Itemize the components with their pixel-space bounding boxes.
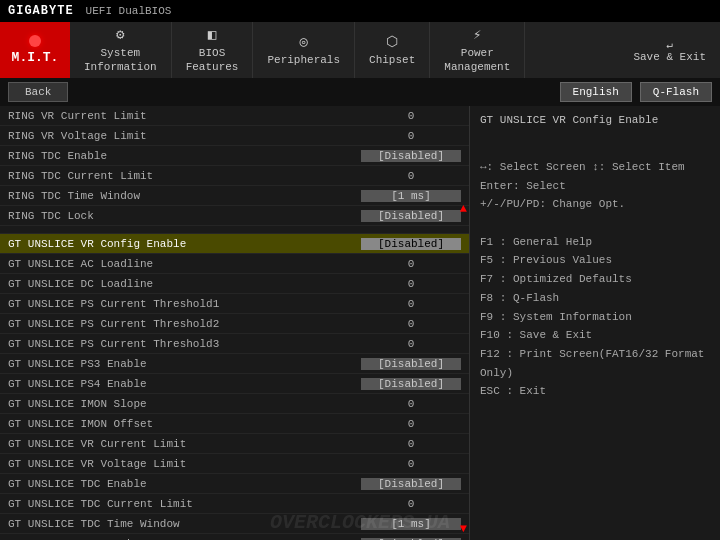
nav-power-management[interactable]: ⚡ Power Management bbox=[430, 22, 525, 78]
key-f7: F7 : Optimized Defaults bbox=[480, 270, 710, 289]
mit-button[interactable]: M.I.T. bbox=[0, 22, 70, 78]
row-value-15: 0 bbox=[361, 398, 461, 410]
key-change-opt: +/-/PU/PD: Change Opt. bbox=[480, 195, 710, 214]
mit-dot bbox=[29, 35, 41, 47]
row-value-21: [1 ms] bbox=[361, 518, 461, 530]
bios-row-18[interactable]: GT UNSLICE VR Voltage Limit0 bbox=[0, 454, 469, 474]
key-f5: F5 : Previous Values bbox=[480, 251, 710, 270]
right-panel: GT UNSLICE VR Config Enable ↔: Select Sc… bbox=[470, 106, 720, 540]
row-value-10: 0 bbox=[361, 298, 461, 310]
bios-row-17[interactable]: GT UNSLICE VR Current Limit0 bbox=[0, 434, 469, 454]
nav-power-management-line1: Power bbox=[461, 46, 494, 60]
bios-row-13[interactable]: GT UNSLICE PS3 Enable[Disabled] bbox=[0, 354, 469, 374]
bios-row-8[interactable]: GT UNSLICE AC Loadline0 bbox=[0, 254, 469, 274]
row-value-8: 0 bbox=[361, 258, 461, 270]
uefi-label: UEFI DualBIOS bbox=[86, 5, 172, 17]
bios-row-21[interactable]: GT UNSLICE TDC Time Window[1 ms] bbox=[0, 514, 469, 534]
nav-chipset[interactable]: ⬡ Chipset bbox=[355, 22, 430, 78]
row-value-0: 0 bbox=[361, 110, 461, 122]
row-label-16: GT UNSLICE IMON Offset bbox=[8, 418, 361, 430]
row-value-2: [Disabled] bbox=[361, 150, 461, 162]
bios-row-11[interactable]: GT UNSLICE PS Current Threshold20 bbox=[0, 314, 469, 334]
row-label-17: GT UNSLICE VR Current Limit bbox=[8, 438, 361, 450]
nav-save-exit[interactable]: ↵ Save & Exit bbox=[619, 22, 720, 78]
row-label-8: GT UNSLICE AC Loadline bbox=[8, 258, 361, 270]
peripherals-icon: ◎ bbox=[300, 33, 308, 51]
nav-bios-features[interactable]: ◧ BIOS Features bbox=[172, 22, 254, 78]
save-exit-icon: ↵ bbox=[666, 38, 673, 51]
key-f1: F1 : General Help bbox=[480, 233, 710, 252]
nav-system-information-line1: System bbox=[101, 46, 141, 60]
row-label-0: RING VR Current Limit bbox=[8, 110, 361, 122]
row-value-19: [Disabled] bbox=[361, 478, 461, 490]
row-label-9: GT UNSLICE DC Loadline bbox=[8, 278, 361, 290]
row-label-12: GT UNSLICE PS Current Threshold3 bbox=[8, 338, 361, 350]
row-value-17: 0 bbox=[361, 438, 461, 450]
row-label-19: GT UNSLICE TDC Enable bbox=[8, 478, 361, 490]
nav-system-information[interactable]: ⚙ System Information bbox=[70, 22, 172, 78]
row-label-18: GT UNSLICE VR Voltage Limit bbox=[8, 458, 361, 470]
bios-row-22[interactable]: GT UNSLICE TDC Lock[Disabled] bbox=[0, 534, 469, 540]
row-value-1: 0 bbox=[361, 130, 461, 142]
bios-row-16[interactable]: GT UNSLICE IMON Offset0 bbox=[0, 414, 469, 434]
row-value-20: 0 bbox=[361, 498, 461, 510]
power-management-icon: ⚡ bbox=[473, 26, 481, 44]
qflash-button[interactable]: Q-Flash bbox=[640, 82, 712, 102]
nav-system-information-line2: Information bbox=[84, 60, 157, 74]
language-button[interactable]: English bbox=[560, 82, 632, 102]
bios-row-5[interactable]: RING TDC Lock[Disabled] bbox=[0, 206, 469, 226]
key-spacer bbox=[480, 214, 710, 233]
nav-peripherals[interactable]: ◎ Peripherals bbox=[253, 22, 355, 78]
row-label-11: GT UNSLICE PS Current Threshold2 bbox=[8, 318, 361, 330]
nav-peripherals-label: Peripherals bbox=[267, 53, 340, 67]
system-information-icon: ⚙ bbox=[116, 26, 124, 44]
bios-row-14[interactable]: GT UNSLICE PS4 Enable[Disabled] bbox=[0, 374, 469, 394]
key-f12: F12 : Print Screen(FAT16/32 Format Only) bbox=[480, 345, 710, 382]
row-value-12: 0 bbox=[361, 338, 461, 350]
action-bar: Back English Q-Flash bbox=[0, 78, 720, 106]
row-value-7: [Disabled] bbox=[361, 238, 461, 250]
row-label-2: RING TDC Enable bbox=[8, 150, 361, 162]
key-help: ↔: Select Screen ↕: Select Item Enter: S… bbox=[480, 158, 710, 401]
mit-label: M.I.T. bbox=[12, 50, 59, 65]
row-label-20: GT UNSLICE TDC Current Limit bbox=[8, 498, 361, 510]
bios-row-10[interactable]: GT UNSLICE PS Current Threshold10 bbox=[0, 294, 469, 314]
scroll-down-indicator: ▼ bbox=[460, 522, 467, 536]
bios-row-0[interactable]: RING VR Current Limit0 bbox=[0, 106, 469, 126]
row-value-18: 0 bbox=[361, 458, 461, 470]
bios-row-3[interactable]: RING TDC Current Limit0 bbox=[0, 166, 469, 186]
bios-row-12[interactable]: GT UNSLICE PS Current Threshold30 bbox=[0, 334, 469, 354]
left-panel: ▲ RING VR Current Limit0RING VR Voltage … bbox=[0, 106, 470, 540]
row-label-21: GT UNSLICE TDC Time Window bbox=[8, 518, 361, 530]
chipset-icon: ⬡ bbox=[386, 33, 398, 51]
nav-bios-features-line1: BIOS bbox=[199, 46, 225, 60]
bios-features-icon: ◧ bbox=[208, 26, 216, 44]
nav-bios-features-line2: Features bbox=[186, 60, 239, 74]
row-value-11: 0 bbox=[361, 318, 461, 330]
bios-row-6 bbox=[0, 226, 469, 234]
back-button[interactable]: Back bbox=[8, 82, 68, 102]
save-exit-label: Save & Exit bbox=[633, 51, 706, 63]
bios-row-20[interactable]: GT UNSLICE TDC Current Limit0 bbox=[0, 494, 469, 514]
bios-row-4[interactable]: RING TDC Time Window[1 ms] bbox=[0, 186, 469, 206]
nav-power-management-line2: Management bbox=[444, 60, 510, 74]
row-label-10: GT UNSLICE PS Current Threshold1 bbox=[8, 298, 361, 310]
row-label-15: GT UNSLICE IMON Slope bbox=[8, 398, 361, 410]
bios-row-2[interactable]: RING TDC Enable[Disabled] bbox=[0, 146, 469, 166]
row-label-1: RING VR Voltage Limit bbox=[8, 130, 361, 142]
row-value-13: [Disabled] bbox=[361, 358, 461, 370]
nav-bar: M.I.T. ⚙ System Information ◧ BIOS Featu… bbox=[0, 22, 720, 78]
bios-row-9[interactable]: GT UNSLICE DC Loadline0 bbox=[0, 274, 469, 294]
bios-row-7[interactable]: GT UNSLICE VR Config Enable[Disabled] bbox=[0, 234, 469, 254]
row-value-5: [Disabled] bbox=[361, 210, 461, 222]
scroll-up-indicator: ▲ bbox=[460, 202, 467, 216]
bios-row-15[interactable]: GT UNSLICE IMON Slope0 bbox=[0, 394, 469, 414]
key-f9: F9 : System Information bbox=[480, 308, 710, 327]
main-content: ▲ RING VR Current Limit0RING VR Voltage … bbox=[0, 106, 720, 540]
row-value-4: [1 ms] bbox=[361, 190, 461, 202]
bios-row-19[interactable]: GT UNSLICE TDC Enable[Disabled] bbox=[0, 474, 469, 494]
bios-row-1[interactable]: RING VR Voltage Limit0 bbox=[0, 126, 469, 146]
row-label-13: GT UNSLICE PS3 Enable bbox=[8, 358, 361, 370]
row-value-9: 0 bbox=[361, 278, 461, 290]
row-label-7: GT UNSLICE VR Config Enable bbox=[8, 238, 361, 250]
